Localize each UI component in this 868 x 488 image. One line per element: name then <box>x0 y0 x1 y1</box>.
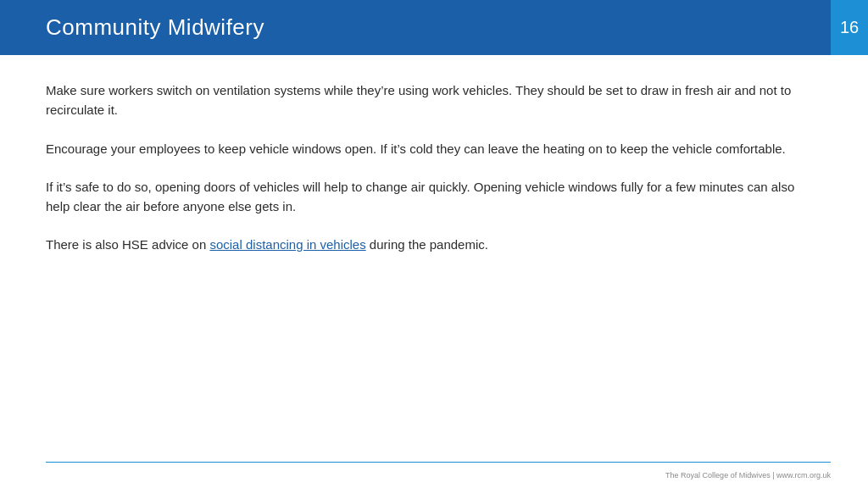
main-content: Make sure workers switch on ventilation … <box>46 80 817 446</box>
paragraph-3: If it’s safe to do so, opening doors of … <box>46 177 817 217</box>
footer-line <box>46 462 831 463</box>
paragraph-2: Encourage your employees to keep vehicle… <box>46 139 817 158</box>
header-title: Community Midwifery <box>46 14 264 41</box>
header: Community Midwifery <box>0 0 831 55</box>
hse-link[interactable]: social distancing in vehicles <box>209 237 365 252</box>
footer-text: The Royal College of Midwives | www.rcm.… <box>665 471 831 480</box>
paragraph-4: There is also HSE advice on social dista… <box>46 235 817 254</box>
slide-number: 16 <box>831 0 868 55</box>
paragraph-1: Make sure workers switch on ventilation … <box>46 80 817 120</box>
